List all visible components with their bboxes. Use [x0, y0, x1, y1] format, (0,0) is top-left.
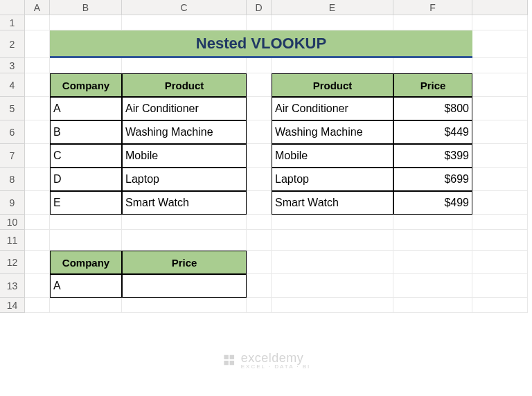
cell-A4[interactable]: [25, 73, 50, 97]
row-header-6[interactable]: 6: [0, 120, 25, 144]
cell-G12[interactable]: [472, 251, 528, 274]
cell-A1[interactable]: [25, 15, 50, 30]
cell-D4[interactable]: [247, 73, 272, 97]
cell-A7[interactable]: [25, 144, 50, 168]
cell-A3[interactable]: [25, 58, 50, 73]
cell-F1[interactable]: [393, 15, 472, 30]
table1-company-4[interactable]: E: [50, 191, 122, 215]
cell-D5[interactable]: [247, 97, 272, 120]
table2-header-price[interactable]: Price: [393, 73, 472, 97]
table2-price-1[interactable]: $449: [393, 120, 472, 144]
row-header-7[interactable]: 7: [0, 144, 25, 168]
cell-C10[interactable]: [122, 215, 247, 230]
cell-A5[interactable]: [25, 97, 50, 120]
cell-B14[interactable]: [50, 298, 122, 313]
col-header-E[interactable]: E: [272, 0, 393, 15]
cell-A2[interactable]: [25, 30, 50, 58]
cell-G10[interactable]: [472, 215, 528, 230]
cell-E10[interactable]: [272, 215, 393, 230]
col-header-F[interactable]: F: [393, 0, 472, 15]
cell-C11[interactable]: [122, 230, 247, 251]
table1-company-3[interactable]: D: [50, 168, 122, 191]
row-header-12[interactable]: 12: [0, 251, 25, 274]
cell-D12[interactable]: [247, 251, 272, 274]
row-header-9[interactable]: 9: [0, 191, 25, 215]
cell-D7[interactable]: [247, 144, 272, 168]
cell-F11[interactable]: [393, 230, 472, 251]
table1-company-2[interactable]: C: [50, 144, 122, 168]
cell-D11[interactable]: [247, 230, 272, 251]
table1-product-3[interactable]: Laptop: [122, 168, 247, 191]
col-header-B[interactable]: B: [50, 0, 122, 15]
row-header-4[interactable]: 4: [0, 73, 25, 97]
row-header-2[interactable]: 2: [0, 30, 25, 58]
table1-product-0[interactable]: Air Conditioner: [122, 97, 247, 120]
table3-company-0[interactable]: A: [50, 274, 122, 298]
spreadsheet-grid[interactable]: A B C D E F 1 2 3 4 5 6 7 8 9 10 11 12 1…: [0, 0, 532, 313]
table1-product-2[interactable]: Mobile: [122, 144, 247, 168]
cell-G3[interactable]: [472, 58, 528, 73]
col-header-blank[interactable]: [472, 0, 528, 15]
table1-company-1[interactable]: B: [50, 120, 122, 144]
cell-D10[interactable]: [247, 215, 272, 230]
table2-price-0[interactable]: $800: [393, 97, 472, 120]
col-header-A[interactable]: A: [25, 0, 50, 15]
cell-F10[interactable]: [393, 215, 472, 230]
table1-company-0[interactable]: A: [50, 97, 122, 120]
cell-C14[interactable]: [122, 298, 247, 313]
cell-F12[interactable]: [393, 251, 472, 274]
title-cell[interactable]: Nested VLOOKUP: [50, 30, 472, 58]
row-header-14[interactable]: 14: [0, 298, 25, 313]
cell-E12[interactable]: [272, 251, 393, 274]
table3-header-price[interactable]: Price: [122, 251, 247, 274]
cell-G7[interactable]: [472, 144, 528, 168]
cell-D6[interactable]: [247, 120, 272, 144]
table1-header-company[interactable]: Company: [50, 73, 122, 97]
col-header-D[interactable]: D: [247, 0, 272, 15]
table2-price-2[interactable]: $399: [393, 144, 472, 168]
table2-product-2[interactable]: Mobile: [272, 144, 393, 168]
row-header-13[interactable]: 13: [0, 274, 25, 298]
table2-product-0[interactable]: Air Conditioner: [272, 97, 393, 120]
cell-G11[interactable]: [472, 230, 528, 251]
cell-B11[interactable]: [50, 230, 122, 251]
table3-header-company[interactable]: Company: [50, 251, 122, 274]
table2-product-1[interactable]: Washing Machine: [272, 120, 393, 144]
table2-product-4[interactable]: Smart Watch: [272, 191, 393, 215]
cell-A6[interactable]: [25, 120, 50, 144]
table1-header-product[interactable]: Product: [122, 73, 247, 97]
cell-G6[interactable]: [472, 120, 528, 144]
cell-G4[interactable]: [472, 73, 528, 97]
select-all-corner[interactable]: [0, 0, 25, 15]
row-header-1[interactable]: 1: [0, 15, 25, 30]
cell-G5[interactable]: [472, 97, 528, 120]
cell-D8[interactable]: [247, 168, 272, 191]
cell-A8[interactable]: [25, 168, 50, 191]
table2-header-product[interactable]: Product: [272, 73, 393, 97]
cell-B1[interactable]: [50, 15, 122, 30]
cell-E11[interactable]: [272, 230, 393, 251]
cell-A13[interactable]: [25, 274, 50, 298]
row-header-8[interactable]: 8: [0, 168, 25, 191]
cell-D1[interactable]: [247, 15, 272, 30]
cell-B3[interactable]: [50, 58, 122, 73]
col-header-C[interactable]: C: [122, 0, 247, 15]
cell-A11[interactable]: [25, 230, 50, 251]
cell-A12[interactable]: [25, 251, 50, 274]
cell-D3[interactable]: [247, 58, 272, 73]
row-header-5[interactable]: 5: [0, 97, 25, 120]
table2-product-3[interactable]: Laptop: [272, 168, 393, 191]
cell-F14[interactable]: [393, 298, 472, 313]
cell-G1[interactable]: [472, 15, 528, 30]
table1-product-1[interactable]: Washing Machine: [122, 120, 247, 144]
cell-E1[interactable]: [272, 15, 393, 30]
row-header-10[interactable]: 10: [0, 215, 25, 230]
cell-F13[interactable]: [393, 274, 472, 298]
cell-D13[interactable]: [247, 274, 272, 298]
row-header-11[interactable]: 11: [0, 230, 25, 251]
cell-C3[interactable]: [122, 58, 247, 73]
cell-F3[interactable]: [393, 58, 472, 73]
cell-G14[interactable]: [472, 298, 528, 313]
cell-E3[interactable]: [272, 58, 393, 73]
cell-E13[interactable]: [272, 274, 393, 298]
